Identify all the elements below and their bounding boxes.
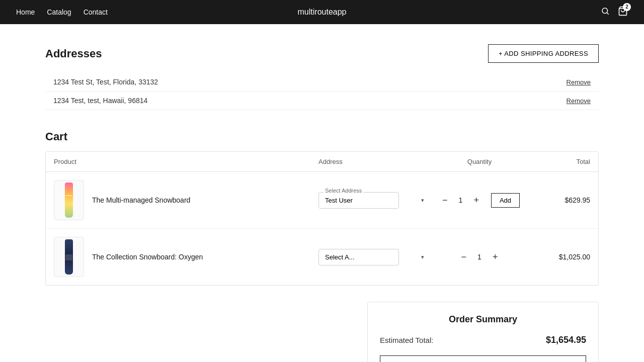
cart-badge: 2: [623, 3, 631, 11]
remove-address-button-1[interactable]: Remove: [567, 78, 591, 86]
address-select-1[interactable]: Test User: [318, 192, 399, 209]
address-select-2[interactable]: Select A...: [318, 249, 399, 265]
continue-to-shipping-button[interactable]: CONTINUE TO SHIPPING: [380, 355, 586, 362]
address-text-2: 1234 Test, test, Hawaii, 96814: [53, 97, 147, 105]
col-total: Total: [530, 158, 590, 165]
address-text-1: 1234 Test St, Test, Florida, 33132: [53, 78, 158, 86]
address-select-wrapper-2: Select A... ▾: [318, 249, 429, 265]
nav-home[interactable]: Home: [16, 8, 35, 16]
add-button-1[interactable]: Add: [491, 193, 520, 208]
product-name-2: The Collection Snowboard: Oxygen: [92, 253, 203, 261]
navbar: Home Catalog Contact multirouteapp 2: [0, 0, 644, 24]
cart-title: Cart: [45, 130, 599, 143]
col-quantity: Quantity: [429, 158, 530, 165]
add-shipping-address-button[interactable]: + ADD SHIPPING ADDRESS: [488, 44, 599, 63]
quantity-cell-1: − 1 + Add: [429, 193, 530, 208]
quantity-decrease-button-1[interactable]: −: [439, 194, 451, 207]
quantity-decrease-button-2[interactable]: −: [458, 251, 469, 263]
estimated-total-label: Estimated Total:: [380, 336, 433, 344]
product-image-1: [54, 180, 84, 220]
address-list: 1234 Test St, Test, Florida, 33132 Remov…: [45, 73, 599, 110]
addresses-section: Addresses + ADD SHIPPING ADDRESS 1234 Te…: [45, 44, 599, 110]
col-product: Product: [54, 158, 318, 165]
cart-icon[interactable]: 2: [618, 6, 628, 19]
nav-catalog[interactable]: Catalog: [47, 8, 71, 16]
address-row-1: 1234 Test St, Test, Florida, 33132 Remov…: [45, 73, 599, 92]
nav-contact[interactable]: Contact: [84, 8, 108, 16]
cart-table: Product Address Quantity Total The Multi…: [45, 151, 599, 286]
svg-point-0: [602, 8, 608, 14]
product-name-1: The Multi-managed Snowboard: [92, 196, 190, 204]
nav-links: Home Catalog Contact: [16, 8, 108, 16]
col-address: Address: [318, 158, 429, 165]
svg-line-1: [607, 13, 608, 14]
quantity-cell-2: − 1 +: [429, 251, 530, 263]
address-row-2: 1234 Test, test, Hawaii, 96814 Remove: [45, 92, 599, 110]
remove-address-button-2[interactable]: Remove: [567, 97, 591, 105]
table-row: The Multi-managed Snowboard Select Addre…: [46, 172, 598, 229]
quantity-increase-button-1[interactable]: +: [470, 194, 482, 207]
main-content: Addresses + ADD SHIPPING ADDRESS 1234 Te…: [35, 24, 609, 362]
addresses-title: Addresses: [45, 47, 102, 60]
snowboard-image-2: [65, 239, 73, 275]
brand-name: multirouteapp: [298, 8, 347, 17]
address-select-wrapper-1: Select Address Test User ▾: [318, 192, 429, 209]
nav-icon-group: 2: [601, 6, 628, 19]
table-row: The Collection Snowboard: Oxygen Select …: [46, 229, 598, 285]
snowboard-image-1: [65, 183, 73, 218]
addresses-header: Addresses + ADD SHIPPING ADDRESS: [45, 44, 599, 63]
chevron-down-icon-2: ▾: [421, 254, 424, 260]
quantity-value-2: 1: [474, 253, 485, 261]
cart-section: Cart Product Address Quantity Total The …: [45, 130, 599, 362]
quantity-increase-button-2[interactable]: +: [490, 251, 501, 263]
search-icon[interactable]: [601, 7, 610, 18]
order-total-row: Estimated Total: $1,654.95: [380, 335, 586, 345]
select-label-1: Select Address: [324, 188, 363, 194]
price-cell-1: $629.95: [530, 196, 590, 204]
quantity-value-1: 1: [455, 196, 465, 204]
product-cell-1: The Multi-managed Snowboard: [54, 180, 318, 220]
product-image-2: [54, 237, 84, 277]
cart-table-header: Product Address Quantity Total: [46, 152, 598, 172]
order-summary-wrapper: Order Summary Estimated Total: $1,654.95…: [45, 302, 599, 362]
order-summary: Order Summary Estimated Total: $1,654.95…: [367, 302, 599, 362]
order-summary-title: Order Summary: [380, 314, 586, 325]
price-cell-2: $1,025.00: [530, 253, 590, 261]
chevron-down-icon-1: ▾: [421, 197, 424, 204]
estimated-total-value: $1,654.95: [546, 335, 586, 345]
product-cell-2: The Collection Snowboard: Oxygen: [54, 237, 318, 277]
